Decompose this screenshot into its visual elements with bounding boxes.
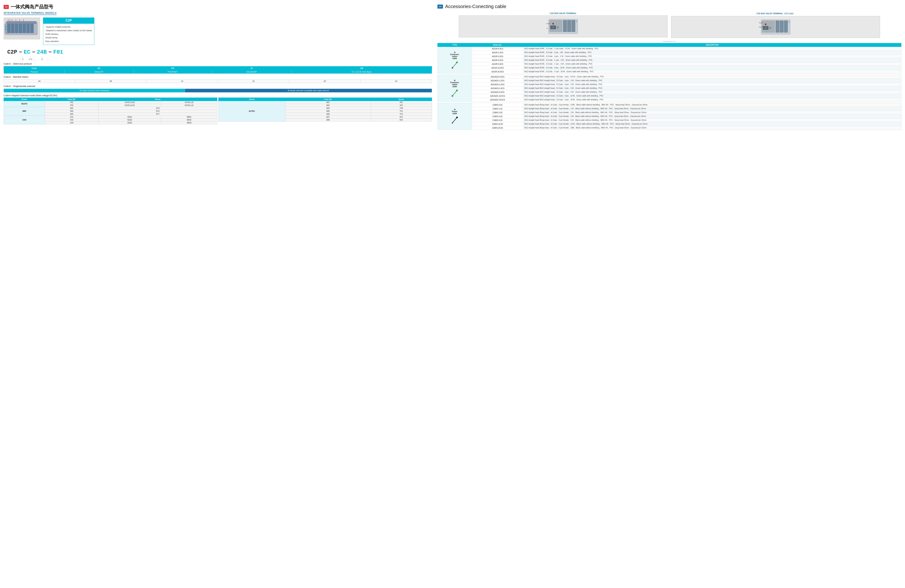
code1-protocol-pn: PROFINET: [133, 70, 212, 73]
brand-header-series: Series: [98, 98, 217, 101]
acc-desc-3-2: M12 straight head /flying head，A-Code，5 …: [523, 107, 901, 111]
svg-rect-21: [557, 27, 559, 28]
acc-model-1-6: AZG/R-10.0CS: [472, 66, 523, 70]
acc-model-1-7: AZG/R-20.0CS: [472, 70, 523, 74]
feature-4: Simple wiring: [45, 36, 92, 40]
table-row: AZG/AZG-20.0CS M12 straight head /M12 st…: [437, 98, 901, 102]
table-row: AZG/R-10.0CS M12 straight head /RJ45，D-C…: [437, 66, 901, 70]
code1-section: Code①：Select bus protocol Code EC PN EI …: [4, 62, 432, 74]
acc-desc-2-1: M12 straight head /M12 straight head，D-C…: [523, 75, 901, 79]
brand-smc-s02: S02: [45, 109, 98, 113]
terminal1-image: ①or② ② ③: [459, 16, 667, 37]
acc-desc-3-7: M12 straight head /flying head，A-Code，5 …: [523, 126, 901, 130]
type-cell-1: ①Communi-cationcable: [437, 47, 472, 74]
feature-5: Easy operation: [45, 40, 92, 43]
code1-header-cb: CB: [292, 66, 432, 70]
type-cell-3: ③Powercable: [437, 103, 472, 130]
svg-point-16: [5, 26, 6, 27]
acc-header-type: TYPE: [437, 43, 472, 47]
brand-smc-s02-s: SY5: [98, 109, 217, 113]
svg-point-25: [553, 23, 554, 24]
table-row: CZM/S-1.0C M12 straight head /flying hea…: [437, 107, 901, 111]
code3-section: Code③：Single/double solenoid At single s…: [4, 85, 432, 92]
table-row: ②Communi-cationcable AZG/AZG-0.5CS M12 s…: [437, 75, 901, 79]
svg-point-38: [765, 27, 766, 29]
svg-rect-3: [11, 24, 14, 33]
brand-festo-f02: F02: [45, 104, 98, 107]
acc-model-1-1: AZG/R-0.5CS: [472, 47, 523, 51]
airtac-a04: A04: [285, 107, 371, 109]
acc-desc-3-6: M12 straight head /flying head，A-Code，5 …: [523, 122, 901, 126]
acc-desc-1-6: M12 straight head /RJ45，D-Code，4-pin，10 …: [523, 66, 901, 70]
acc-model-2-5: AZG/AZG-5.0CS: [472, 90, 523, 94]
svg-text:⑤or⑥: ⑤or⑥: [759, 22, 763, 24]
acc-model-3-1: CZM/S-0.5C: [472, 103, 523, 107]
code1-protocol-label: Protocol: [4, 70, 65, 73]
airtac-a02: A02: [285, 104, 371, 107]
svg-rect-22: [563, 20, 567, 32]
acc-model-3-5: CZM/S-5.0C: [472, 118, 523, 122]
acc-model-3-4: CZM/S-3.0C: [472, 114, 523, 118]
right-column: >> Accessories-Conecting cable C2S BUS V…: [437, 4, 901, 130]
airtac-a05: A05: [285, 109, 371, 113]
acc-model-2-4: AZG/AZG-3.0CS: [472, 86, 523, 90]
svg-rect-35: [780, 21, 783, 32]
acc-desc-2-5: M12 straight head /M12 straight head，D-C…: [523, 90, 901, 94]
brand-festo-f01-s1: VUVG-LK10: [98, 101, 161, 104]
feature-3: RJ45 interface: [45, 32, 92, 36]
left-arrow-icon: >>: [4, 5, 9, 9]
airtac-a08-s: 5V2: [371, 118, 432, 121]
acc-desc-1-1: M12 straight head /RJ45，D-Code，4 -pin ma…: [523, 47, 901, 51]
svg-rect-2: [7, 24, 11, 33]
code2-val-08: 08: [75, 79, 146, 83]
airtac-a05-s: 7V1: [371, 109, 432, 113]
svg-point-17: [5, 29, 6, 30]
airtac-a07: A07: [285, 116, 371, 118]
left-title-zh: 一体式阀岛产品型号: [11, 4, 53, 10]
code3-right: Bi double solenoid/ compatible with sing…: [185, 89, 432, 92]
left-column: >> 一体式阀岛产品型号 INTEGRATED VALVE TERMINAL M…: [4, 4, 432, 130]
brand-festo-f02-s1: VUVG-LK14: [98, 104, 161, 107]
code2-val-12: 12: [146, 79, 218, 83]
acc-model-2-2: AZG/AZG-1.0CS: [472, 79, 523, 82]
table-row: CZM/S-10.0C M12 straight head /flying he…: [437, 122, 901, 126]
svg-rect-34: [776, 21, 779, 32]
left-header: >> 一体式阀岛产品型号: [4, 4, 432, 10]
svg-rect-4: [15, 24, 18, 33]
code3-table: At single solenoid/ under developing Bi …: [4, 89, 432, 92]
acc-desc-3-1: M12 straight head /flying head，A-Code，5 …: [523, 103, 901, 107]
table-row: AZG/R-5.0CS M12 straight head /RJ45，D-Co…: [437, 62, 901, 66]
airtac-a07-s: 5V1: [371, 116, 432, 118]
brands-right-table: Brand Code NO. Series AirTAC A01 4V1 A02…: [218, 98, 432, 122]
acc-model-2-7: AZG/AZG-20.0CS: [472, 98, 523, 102]
acc-desc-1-4: M12 straight head /RJ45，D-Code，4 -pin，3 …: [523, 59, 901, 62]
svg-rect-24: [572, 20, 575, 32]
table-row: CZM/S-5.0C M12 straight head /flying hea…: [437, 118, 901, 122]
svg-point-26: [553, 27, 554, 28]
table-row: AZG/R-3.0CS M12 straight head /RJ45，D-Co…: [437, 59, 901, 62]
table-row: AZG/AZG-5.0CS M12 straight head /M12 str…: [437, 90, 901, 94]
code4-title: Code④ Adapted Solenoid model (Rate volta…: [4, 94, 432, 97]
model-code-diagram: C2P － EC － 24 B － F01 ↑ ① ↑ ②③: [5, 48, 432, 60]
table-row: CZM/S-3.0C M12 straight head /flying hea…: [437, 114, 901, 118]
brands-left-table: Brand Code NO. Series FESTO F01 VUVG-LK1…: [4, 98, 217, 124]
terminal2-image: ⑤or⑥ ④or⑥ ③: [671, 16, 880, 38]
svg-rect-8: [30, 24, 33, 33]
acc-desc-1-2: M12 straight head /RJ45，D-Code，4-pin，1M，…: [523, 51, 901, 54]
code1-header-pn: PN: [133, 66, 212, 70]
airtac-a01: A01: [285, 101, 371, 104]
code-num-2: ↑ ②③: [29, 56, 32, 60]
acc-desc-3-4: M12 straight head /flying head，A-Code，5 …: [523, 114, 901, 118]
type-cell-2: ②Communi-cationcable: [437, 75, 472, 102]
brand-ckd-c03: C03: [45, 121, 98, 124]
model-part-b: B: [43, 49, 47, 55]
svg-rect-5: [19, 24, 22, 33]
code2-val-20: 20: [289, 79, 360, 83]
acc-desc-2-4: M12 straight head /M12 straight head，D-C…: [523, 86, 901, 90]
table-row: AZG/R-2.0CS M12 straight head /RJ45，D-Co…: [437, 54, 901, 59]
code1-title: Code①：Select bus protocol: [4, 62, 432, 65]
svg-point-37: [765, 24, 766, 25]
acc-desc-2-7: M12 straight head /M12 straight head，D-C…: [523, 98, 901, 102]
table-row: AZG/R-20.0CS M12 straight head /RJ45，D-C…: [437, 70, 901, 74]
acc-model-3-2: CZM/S-1.0C: [472, 107, 523, 111]
